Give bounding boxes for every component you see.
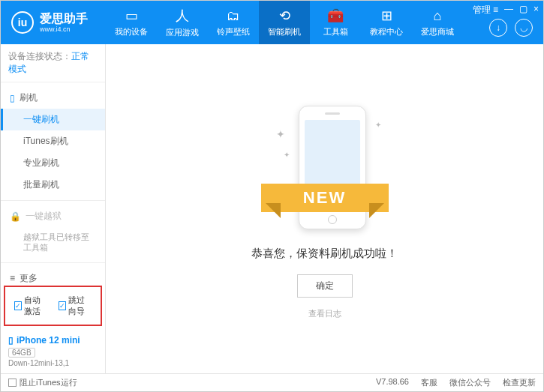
download-icon[interactable]: ↓ xyxy=(489,19,507,37)
phone-icon: ▯ xyxy=(10,93,15,103)
sidebar-item-batch-flash[interactable]: 批量刷机 xyxy=(1,174,105,196)
wechat-link[interactable]: 微信公众号 xyxy=(449,377,491,388)
menu-icon: ≡ xyxy=(10,273,15,283)
device-storage: 64GB xyxy=(8,348,35,358)
device-icon: ▭ xyxy=(125,7,138,24)
service-link[interactable]: 客服 xyxy=(421,377,437,388)
device-detail: Down-12mini-13,1 xyxy=(8,359,98,367)
block-itunes-checkbox[interactable]: 阻止iTunes运行 xyxy=(8,377,77,388)
logo-text: 爱思助手 xyxy=(40,12,88,25)
close-button[interactable]: × xyxy=(533,4,539,16)
maximize-button[interactable]: ▢ xyxy=(519,4,527,16)
nav-my-device[interactable]: ▭我的设备 xyxy=(106,1,157,44)
nav-flash[interactable]: ⟲智能刷机 xyxy=(259,1,310,44)
nav-store[interactable]: ⌂爱思商城 xyxy=(412,1,463,44)
version-label: V7.98.66 xyxy=(376,377,409,388)
section-flash-head[interactable]: ▯刷机 xyxy=(1,87,105,109)
device-phone-icon: ▯ xyxy=(8,335,14,346)
auto-activate-checkbox[interactable]: ✓自动激活 xyxy=(14,295,48,317)
phone-illustration: ✦ ✦ ✦ NEW xyxy=(276,98,374,233)
main-content: ✦ ✦ ✦ NEW 恭喜您，保资料刷机成功啦！ 确定 查看日志 xyxy=(106,44,543,373)
nav-ringtones[interactable]: 🗂铃声壁纸 xyxy=(208,1,259,44)
section-more-head[interactable]: ≡更多 xyxy=(1,268,105,283)
settings-button[interactable]: 管理 ≡ xyxy=(473,4,498,16)
logo-icon: iu xyxy=(11,11,34,34)
store-icon: ⌂ xyxy=(434,8,442,24)
tutorial-icon: ⊞ xyxy=(381,7,392,24)
apps-icon: 人 xyxy=(176,7,189,25)
device-info[interactable]: ▯iPhone 12 mini 64GB Down-12mini-13,1 xyxy=(1,329,105,373)
view-log-link[interactable]: 查看日志 xyxy=(308,308,341,319)
new-ribbon: NEW xyxy=(261,184,389,212)
connection-status: 设备连接状态：正常模式 xyxy=(1,44,105,82)
refresh-icon: ⟲ xyxy=(279,7,290,24)
nav-toolbox[interactable]: 🧰工具箱 xyxy=(310,1,361,44)
section-jailbreak-head: 🔒一键越狱 xyxy=(1,205,105,227)
nav-tutorials[interactable]: ⊞教程中心 xyxy=(361,1,412,44)
logo-area: iu 爱思助手 www.i4.cn xyxy=(1,11,106,34)
header: iu 爱思助手 www.i4.cn ▭我的设备 人应用游戏 🗂铃声壁纸 ⟲智能刷… xyxy=(1,1,543,44)
jailbreak-note: 越狱工具已转移至工具箱 xyxy=(1,227,105,258)
ok-button[interactable]: 确定 xyxy=(297,274,353,298)
toolbox-icon: 🧰 xyxy=(327,7,344,24)
lock-icon: 🔒 xyxy=(10,211,21,222)
window-controls: 管理 ≡ — ▢ × xyxy=(473,4,539,16)
footer: 阻止iTunes运行 V7.98.66 客服 微信公众号 检查更新 xyxy=(1,373,543,391)
user-icon[interactable]: ◡ xyxy=(515,19,533,37)
logo-url: www.i4.cn xyxy=(40,25,88,33)
sidebar-item-one-click-flash[interactable]: 一键刷机 xyxy=(1,109,105,130)
checkbox-icon xyxy=(8,379,17,387)
main-nav: ▭我的设备 人应用游戏 🗂铃声壁纸 ⟲智能刷机 🧰工具箱 ⊞教程中心 ⌂爱思商城 xyxy=(106,1,463,44)
nav-apps[interactable]: 人应用游戏 xyxy=(157,1,208,44)
minimize-button[interactable]: — xyxy=(504,4,513,16)
sidebar-item-pro-flash[interactable]: 专业刷机 xyxy=(1,152,105,174)
folder-icon: 🗂 xyxy=(227,8,240,24)
options-row: ✓自动激活 ✓跳过向导 xyxy=(4,286,102,326)
update-link[interactable]: 检查更新 xyxy=(503,377,536,388)
sidebar-item-itunes-flash[interactable]: iTunes刷机 xyxy=(1,130,105,152)
success-message: 恭喜您，保资料刷机成功啦！ xyxy=(251,247,398,261)
sidebar: 设备连接状态：正常模式 ▯刷机 一键刷机 iTunes刷机 专业刷机 批量刷机 … xyxy=(1,44,106,373)
skip-guide-checkbox[interactable]: ✓跳过向导 xyxy=(59,295,92,317)
header-right-icons: ↓ ◡ xyxy=(489,19,533,37)
